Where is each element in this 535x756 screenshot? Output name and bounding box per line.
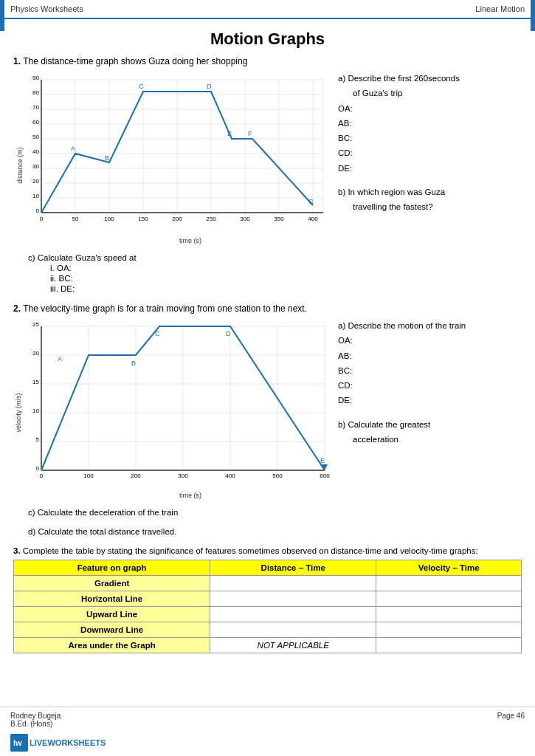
q1a-de: DE: <box>338 162 522 175</box>
q1b-label: b) In which region was Guza <box>338 186 522 199</box>
svg-text:time (s): time (s) <box>179 237 201 244</box>
q2-number: 2. <box>13 303 21 314</box>
question-2: 2. The velocity-time graph is for a trai… <box>13 303 522 536</box>
point-D: D <box>207 83 212 90</box>
velocity-time-graph: velocity (m/s) time (s) 25 20 15 10 5 <box>13 317 331 501</box>
q1-number: 1. <box>13 56 21 66</box>
q1b-sub: travelling the fastest? <box>353 201 522 213</box>
row-upward-velocity <box>376 607 522 622</box>
svg-text:velocity (m/s): velocity (m/s) <box>15 393 22 432</box>
q1a-cd: CD: <box>338 147 522 159</box>
svg-text:0: 0 <box>40 472 44 479</box>
svg-text:500: 500 <box>272 472 283 479</box>
q2a-bc: BC: <box>338 365 522 377</box>
lw-icon: lw <box>10 734 28 752</box>
q2a-oa: OA: <box>338 334 522 347</box>
svg-text:distance (m): distance (m) <box>16 147 24 184</box>
footer-degree: B.Ed. (Hons) <box>10 720 61 728</box>
q3-text: Complete the table by stating the signif… <box>23 546 478 555</box>
q1a-ab: AB: <box>338 117 522 130</box>
point-F: F <box>248 130 252 137</box>
svg-text:400: 400 <box>308 216 318 222</box>
page-content: Motion Graphs 1. The distance-time graph… <box>0 30 535 653</box>
liveworksheets-branding: lw LIVEWORKSHEETS <box>10 734 106 752</box>
x-axis-labels: 0 100 200 300 400 500 600 <box>40 472 330 479</box>
svg-text:10: 10 <box>32 408 39 414</box>
header-subject: Physics Worksheets <box>10 4 83 13</box>
feature-table: Feature on graph Distance – Time Velocit… <box>13 560 522 653</box>
svg-text:20: 20 <box>32 350 39 357</box>
question-3: 3. Complete the table by stating the sig… <box>13 546 522 653</box>
svg-text:0: 0 <box>36 465 40 472</box>
svg-text:time (s): time (s) <box>179 492 201 499</box>
q2c: c) Calculate the deceleration of the tra… <box>28 508 522 517</box>
point-A: A <box>71 145 75 152</box>
row-downward-feature: Downward Line <box>14 622 210 638</box>
q2-row: velocity (m/s) time (s) 25 20 15 10 5 <box>13 317 522 504</box>
row-downward-distance <box>210 622 376 638</box>
q2d: d) Calculate the total distance travelle… <box>28 527 522 536</box>
x-axis: 0 50 100 150 200 250 300 350 400 <box>40 216 318 222</box>
grid <box>41 80 323 213</box>
svg-text:60: 60 <box>32 119 39 126</box>
svg-text:90: 90 <box>32 75 39 81</box>
q2a-ab: AB: <box>338 350 522 362</box>
point-B: B <box>105 154 109 162</box>
q1c-ii: ii. BC: <box>50 274 522 283</box>
vt-point-C: C <box>155 330 160 337</box>
q2-text: The velocity-time graph is for a train m… <box>23 303 307 314</box>
q3-header: 3. Complete the table by stating the sig… <box>13 546 522 555</box>
row-downward-velocity <box>376 622 522 638</box>
svg-text:100: 100 <box>104 216 114 222</box>
page-title: Motion Graphs <box>13 30 522 49</box>
q1a-sub: of Guza's trip <box>353 87 522 100</box>
q2a-cd: CD: <box>338 379 522 392</box>
svg-text:200: 200 <box>131 472 141 479</box>
svg-text:30: 30 <box>32 163 39 170</box>
y-axis-labels: 25 20 15 10 5 0 <box>32 321 39 472</box>
svg-text:40: 40 <box>32 148 39 155</box>
svg-text:100: 100 <box>83 472 94 479</box>
svg-text:350: 350 <box>274 216 284 222</box>
svg-text:200: 200 <box>172 216 182 222</box>
y-axis: 90 80 70 60 50 40 30 20 10 0 <box>32 75 39 214</box>
table-row: Upward Line <box>14 607 522 622</box>
vt-point-B: B <box>131 360 136 367</box>
page-header: Physics Worksheets Linear Motion <box>0 0 535 19</box>
svg-text:lw: lw <box>13 738 22 747</box>
q2b-sub: acceleration <box>353 433 522 446</box>
svg-text:80: 80 <box>32 89 39 96</box>
page-footer: Rodney Bugeja B.Ed. (Hons) Page 46 <box>0 707 535 732</box>
svg-text:25: 25 <box>32 321 39 328</box>
question-1: 1. The distance-time graph shows Guza do… <box>13 56 522 293</box>
svg-text:50: 50 <box>72 216 79 222</box>
q1c-i: i. OA: <box>50 264 522 272</box>
q2a-de: DE: <box>338 394 522 407</box>
q2-right-questions: a) Describe the motion of the train OA: … <box>338 317 522 448</box>
table-row: Area under the Graph NOT APPLICABLE <box>14 638 522 653</box>
svg-text:15: 15 <box>32 379 39 385</box>
header-accent-right <box>531 0 535 31</box>
row-area-distance: NOT APPLICABLE <box>210 638 376 653</box>
question-1-header: 1. The distance-time graph shows Guza do… <box>13 56 522 66</box>
vt-point-D: D <box>226 330 231 337</box>
row-horizontal-velocity <box>376 591 522 607</box>
row-gradient-distance <box>210 576 376 591</box>
table-row: Gradient <box>14 576 522 591</box>
q1c-header: c) Calculate Guza's speed at <box>28 253 522 262</box>
q1a-label: a) Describe the first 260seconds <box>338 72 522 85</box>
row-area-velocity <box>376 638 522 653</box>
svg-text:400: 400 <box>225 472 235 479</box>
row-upward-feature: Upward Line <box>14 607 210 622</box>
lw-brand-text: LIVEWORKSHEETS <box>30 738 106 747</box>
row-horizontal-distance <box>210 591 376 607</box>
row-gradient-feature: Gradient <box>14 576 210 591</box>
row-horizontal-feature: Horizontal Line <box>14 591 210 607</box>
q2-sub: c) Calculate the deceleration of the tra… <box>28 508 522 536</box>
svg-text:5: 5 <box>36 436 40 443</box>
svg-text:20: 20 <box>32 178 39 185</box>
point-E: E <box>227 130 232 137</box>
svg-text:70: 70 <box>32 104 39 111</box>
header-accent-left <box>0 0 4 31</box>
footer-author: Rodney Bugeja B.Ed. (Hons) <box>10 712 61 728</box>
